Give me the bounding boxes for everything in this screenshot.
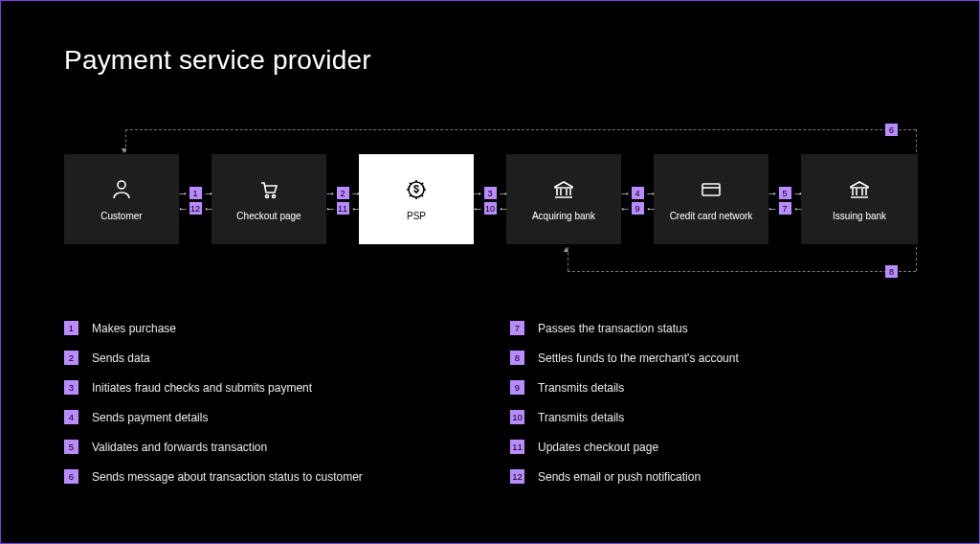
arrow-left-icon: ←	[498, 204, 509, 214]
arrow-right-icon: →	[324, 189, 336, 198]
arrow-left-icon: ←	[324, 204, 336, 214]
legend-text-7: Passes the transaction status	[538, 322, 688, 335]
legend-num-6: 6	[64, 469, 78, 484]
arrow-right-icon: →	[472, 189, 483, 198]
connector-4-9: →4→ ←9←	[621, 154, 654, 244]
legend-item-10: 10Transmits details	[510, 410, 918, 424]
badge-3: 3	[484, 187, 497, 199]
badge-11: 11	[337, 202, 349, 215]
connector-5-7: →5→ ←7←	[768, 154, 801, 244]
arrow-right-icon: →	[619, 189, 631, 198]
arrow-left-icon: ←	[472, 204, 483, 214]
legend-num-10: 10	[510, 410, 524, 424]
node-psp-label: PSP	[407, 211, 426, 221]
page-title: Payment service provider	[64, 45, 371, 76]
psp-gear-dollar-icon	[405, 178, 428, 201]
legend-text-9: Transmits details	[538, 381, 624, 395]
legend: 1Makes purchase 2Sends data 3Initiates f…	[64, 321, 918, 484]
legend-text-11: Updates checkout page	[538, 441, 658, 454]
arrow-right-icon: →	[645, 189, 657, 198]
arrow-left-icon: ←	[792, 204, 804, 214]
node-checkout: Checkout page	[212, 154, 326, 244]
node-customer: Customer	[64, 154, 179, 244]
badge-6: 6	[885, 124, 898, 136]
node-card-network: Credit card network	[654, 154, 768, 244]
node-issuing-label: Issuing bank	[833, 211, 886, 221]
legend-text-3: Initiates fraud checks and submits payme…	[92, 381, 312, 395]
node-psp: PSP	[359, 154, 474, 244]
arrow-left-icon: ←	[203, 204, 214, 214]
legend-text-8: Settles funds to the merchant's account	[538, 351, 739, 365]
legend-num-4: 4	[64, 410, 78, 424]
legend-item-7: 7Passes the transaction status	[510, 321, 918, 335]
legend-item-5: 5Validates and forwards transaction	[64, 440, 472, 454]
legend-text-5: Validates and forwards transaction	[92, 441, 267, 454]
svg-rect-4	[702, 184, 720, 195]
node-checkout-label: Checkout page	[236, 211, 301, 221]
legend-col-left: 1Makes purchase 2Sends data 3Initiates f…	[64, 321, 472, 484]
arrow-right-icon: →	[498, 189, 509, 198]
dash-line-6-right	[916, 129, 917, 152]
legend-text-6: Sends message about transaction status t…	[92, 470, 363, 484]
bank-icon	[848, 178, 871, 201]
arrow-right-icon: →	[792, 189, 804, 198]
legend-num-7: 7	[510, 321, 524, 335]
dash-line-6-top	[125, 129, 916, 130]
legend-num-1: 1	[64, 321, 78, 335]
svg-point-1	[266, 194, 269, 197]
node-acquiring-label: Acquiring bank	[532, 211, 595, 221]
person-icon	[110, 178, 133, 201]
legend-text-10: Transmits details	[538, 411, 624, 424]
arrow-left-icon: ←	[350, 204, 362, 214]
legend-item-2: 2Sends data	[64, 351, 472, 365]
legend-num-12: 12	[510, 469, 524, 484]
node-acquiring-bank: Acquiring bank	[506, 154, 621, 244]
legend-item-6: 6Sends message about transaction status …	[64, 469, 472, 484]
credit-card-icon	[700, 178, 723, 201]
arrowhead-8-icon: ▴	[564, 244, 568, 254]
arrow-right-icon: →	[767, 189, 778, 198]
legend-item-4: 4Sends payment details	[64, 410, 472, 424]
connector-1-12: →1→ ←12←	[179, 154, 212, 244]
arrow-right-icon: →	[177, 189, 189, 198]
badge-1: 1	[189, 187, 202, 199]
legend-num-11: 11	[510, 440, 524, 454]
arrow-right-icon: →	[203, 189, 214, 198]
legend-num-5: 5	[64, 440, 78, 454]
badge-8: 8	[885, 265, 898, 278]
badge-5: 5	[779, 187, 791, 199]
connector-2-11: →2→ ←11←	[326, 154, 359, 244]
legend-col-right: 7Passes the transaction status 8Settles …	[510, 321, 918, 484]
badge-10: 10	[484, 202, 497, 215]
node-network-label: Credit card network	[670, 211, 753, 221]
arrow-left-icon: ←	[619, 204, 631, 214]
flow-diagram: Customer Checkout page PSP Acquiring ban…	[64, 154, 918, 244]
legend-item-8: 8Settles funds to the merchant's account	[510, 351, 918, 365]
badge-9: 9	[632, 202, 644, 215]
legend-item-11: 11Updates checkout page	[510, 440, 918, 454]
legend-text-12: Sends email or push notification	[538, 470, 701, 484]
badge-12: 12	[189, 202, 202, 215]
connector-3-10: →3→ ←10←	[474, 154, 506, 244]
legend-num-3: 3	[64, 380, 78, 395]
arrow-right-icon: →	[350, 189, 362, 198]
legend-text-1: Makes purchase	[92, 322, 176, 335]
legend-text-4: Sends payment details	[92, 411, 208, 424]
legend-item-3: 3Initiates fraud checks and submits paym…	[64, 380, 472, 395]
badge-4: 4	[632, 187, 644, 199]
svg-point-0	[118, 181, 125, 189]
bank-icon	[552, 178, 575, 201]
arrow-left-icon: ←	[177, 204, 189, 214]
arrow-left-icon: ←	[645, 204, 657, 214]
legend-text-2: Sends data	[92, 351, 150, 365]
node-customer-label: Customer	[100, 211, 142, 221]
legend-item-1: 1Makes purchase	[64, 321, 472, 335]
arrow-left-icon: ←	[767, 204, 778, 214]
legend-item-9: 9Transmits details	[510, 380, 918, 395]
legend-num-2: 2	[64, 351, 78, 365]
node-issuing-bank: Issuing bank	[801, 154, 918, 244]
cart-icon	[257, 178, 280, 201]
legend-num-9: 9	[510, 380, 524, 395]
dash-line-8-top	[568, 271, 916, 272]
dash-line-8-right	[916, 247, 917, 271]
